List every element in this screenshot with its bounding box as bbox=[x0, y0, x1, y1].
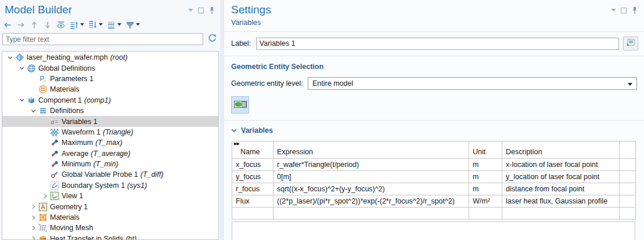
table-cell[interactable]: m bbox=[469, 183, 502, 195]
table-cell[interactable] bbox=[232, 208, 274, 220]
table-cell[interactable] bbox=[469, 208, 502, 220]
tree-item-label: Maximum bbox=[62, 139, 93, 147]
chevron-collapsed-icon[interactable] bbox=[29, 235, 38, 240]
table-cell[interactable]: y_focus bbox=[232, 171, 274, 183]
tree-item-tag: (root) bbox=[110, 53, 128, 61]
move-up-button[interactable] bbox=[28, 19, 40, 31]
tree-item-global-definitions[interactable]: Global Definitions bbox=[2, 63, 218, 73]
tree-item-boundary-system-1[interactable]: Boundary System 1(sys1) bbox=[2, 180, 218, 191]
tree-item-parameters-1[interactable]: PiParameters 1 bbox=[2, 74, 218, 84]
tree-item-label: Variables 1 bbox=[62, 118, 98, 126]
table-row[interactable]: Flux((2*p_laser)/(pi*r_spot^2))*exp(-(2*… bbox=[232, 195, 636, 208]
chevron-expanded-icon[interactable] bbox=[17, 65, 26, 71]
chevron-collapsed-icon[interactable] bbox=[41, 193, 49, 199]
collapse-list-button[interactable] bbox=[87, 19, 104, 31]
table-cell[interactable]: x_focus bbox=[232, 159, 274, 171]
table-row[interactable] bbox=[232, 208, 636, 220]
column-header-description[interactable]: Description bbox=[502, 141, 620, 159]
table-cell[interactable]: x-location of laser focal point bbox=[502, 159, 620, 171]
geometric-entity-level-select[interactable]: Entire model bbox=[308, 77, 637, 90]
show-button[interactable] bbox=[55, 19, 67, 31]
table-cell[interactable]: sqrt((x-x_focus)^2+(y-y_focus)^2) bbox=[274, 183, 469, 195]
table-cell[interactable]: m bbox=[469, 159, 502, 171]
move-up-icon bbox=[30, 20, 39, 30]
tree-item-component-1[interactable]: Component 1(comp1) bbox=[2, 95, 218, 106]
materials-global-icon bbox=[38, 85, 48, 94]
tree-item-definitions[interactable]: Definitions bbox=[2, 106, 218, 116]
table-cell[interactable]: y_location of laser focal point bbox=[502, 171, 620, 183]
caret-down-icon[interactable] bbox=[99, 23, 103, 26]
tree-item-label: Global Variable Probe 1 bbox=[62, 170, 138, 179]
tree-item-materials[interactable]: Materials bbox=[2, 84, 218, 94]
forward-icon bbox=[16, 20, 26, 30]
column-header-expression[interactable]: Expression bbox=[274, 141, 469, 159]
table-cell[interactable]: distance from focal point bbox=[502, 183, 620, 195]
float-window-icon[interactable] bbox=[621, 8, 627, 13]
column-header-name[interactable]: ▶▶Name bbox=[232, 141, 274, 159]
tree-item-average[interactable]: Average(T_average) bbox=[2, 148, 218, 159]
svg-text:=: = bbox=[55, 118, 59, 125]
back-button[interactable] bbox=[2, 19, 13, 31]
float-window-icon[interactable] bbox=[198, 8, 204, 13]
chevron-collapsed-icon[interactable] bbox=[29, 225, 38, 231]
table-cell[interactable]: W/m² bbox=[469, 195, 502, 208]
chevron-expanded-icon[interactable] bbox=[17, 97, 26, 103]
label-input[interactable] bbox=[256, 38, 619, 50]
table-cell[interactable]: 0[m] bbox=[274, 171, 469, 183]
chevron-expanded-icon[interactable] bbox=[6, 54, 15, 61]
table-cell[interactable]: m bbox=[469, 171, 502, 183]
table-row[interactable]: x_focusr_wafer*Triangle(t/period)mx-loca… bbox=[232, 159, 636, 171]
table-cell[interactable]: Flux bbox=[232, 195, 274, 208]
caret-down-icon[interactable] bbox=[136, 23, 140, 26]
rename-button[interactable] bbox=[623, 37, 638, 50]
chevron-expanded-icon[interactable] bbox=[29, 108, 38, 114]
table-cell-spacer bbox=[620, 171, 636, 183]
model-builder-header: Model Builder bbox=[0, 0, 220, 17]
tree-item-moving-mesh[interactable]: Moving Mesh bbox=[2, 223, 218, 233]
tree-item-tag: (T_min) bbox=[93, 160, 118, 168]
panel-menu-icon[interactable] bbox=[188, 9, 193, 12]
pin-icon[interactable] bbox=[631, 6, 638, 14]
filter-input[interactable] bbox=[2, 33, 203, 45]
tree-item-materials[interactable]: Materials bbox=[2, 212, 218, 223]
table-row[interactable]: y_focus0[m]my_location of laser focal po… bbox=[232, 171, 636, 183]
tree-item-minimum[interactable]: Minimum(T_min) bbox=[2, 159, 218, 169]
tree-item-global-variable-probe-1[interactable]: Global Variable Probe 1(T_diff) bbox=[2, 169, 218, 180]
row-marker-icon: ▶▶ bbox=[234, 141, 239, 146]
panel-menu-icon[interactable] bbox=[611, 9, 616, 12]
caret-down-icon[interactable] bbox=[80, 23, 84, 26]
tree-item-variables-1[interactable]: a=Variables 1 bbox=[2, 116, 218, 126]
table-cell-spacer bbox=[620, 183, 636, 195]
chevron-collapsed-icon[interactable] bbox=[29, 214, 38, 221]
tree-item-geometry-1[interactable]: Geometry 1 bbox=[2, 201, 218, 212]
probe-icon bbox=[49, 149, 60, 158]
table-cell[interactable]: laser heat flux, Gaussian profile bbox=[502, 195, 620, 208]
settings-subtitle: Variables bbox=[224, 17, 644, 31]
tree-item-laser-heating-wafer-mph[interactable]: laser_heating_wafer.mph(root) bbox=[2, 52, 218, 63]
table-cell[interactable] bbox=[502, 208, 620, 220]
table-cell[interactable] bbox=[274, 208, 469, 220]
table-cell[interactable]: r_wafer*Triangle(t/period) bbox=[274, 159, 469, 171]
variables-table: ▶▶NameExpressionUnitDescriptionx_focusr_… bbox=[232, 141, 636, 220]
active-toggle-button[interactable] bbox=[231, 96, 249, 114]
variables-table-empty-area[interactable] bbox=[232, 221, 635, 240]
table-cell[interactable]: r_focus bbox=[232, 183, 274, 195]
tree-item-waveform-1[interactable]: Waveform 1(Triangle) bbox=[2, 127, 218, 137]
move-down-button[interactable] bbox=[42, 19, 53, 31]
tree-item-view-1[interactable]: View 1 bbox=[2, 191, 218, 201]
variables-section-header[interactable]: Variables bbox=[224, 121, 644, 141]
table-row[interactable]: r_focussqrt((x-x_focus)^2+(y-y_focus)^2)… bbox=[232, 183, 636, 195]
column-header-unit[interactable]: Unit bbox=[469, 141, 502, 159]
tree-item-tag: (Triangle) bbox=[103, 128, 134, 136]
filter-button[interactable] bbox=[124, 19, 141, 31]
refresh-button[interactable] bbox=[206, 33, 218, 45]
expand-list-button[interactable] bbox=[69, 19, 85, 31]
caret-down-icon[interactable] bbox=[117, 23, 121, 26]
tree-item-heat-transfer-in-solids[interactable]: Heat Transfer in Solids(ht) bbox=[2, 234, 218, 240]
chevron-collapsed-icon[interactable] bbox=[29, 203, 38, 210]
table-cell[interactable]: ((2*p_laser)/(pi*r_spot^2))*exp(-(2*r_fo… bbox=[274, 195, 469, 208]
tree-item-maximum[interactable]: Maximum(T_max) bbox=[2, 137, 218, 148]
tree-view-button[interactable] bbox=[106, 19, 123, 31]
pin-icon[interactable] bbox=[208, 6, 215, 14]
forward-button[interactable] bbox=[15, 19, 27, 31]
